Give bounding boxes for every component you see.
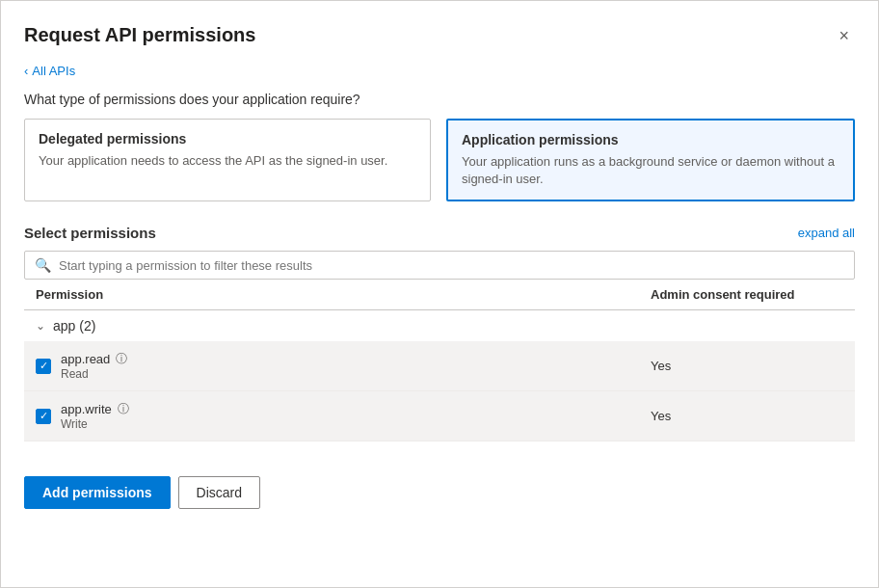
add-permissions-button[interactable]: Add permissions <box>24 476 171 509</box>
checkmark-icon: ✓ <box>40 411 48 421</box>
dialog-title: Request API permissions <box>24 24 255 46</box>
app-write-name: app.write ⓘ <box>61 401 651 417</box>
expand-all-link[interactable]: expand all <box>798 226 855 240</box>
dialog-footer: Add permissions Discard <box>24 465 855 509</box>
permission-group-app[interactable]: ⌄ app (2) <box>24 310 855 341</box>
application-card-title: Application permissions <box>462 132 839 147</box>
delegated-card-title: Delegated permissions <box>39 131 416 147</box>
search-icon: 🔍 <box>35 257 51 273</box>
request-api-permissions-dialog: Request API permissions × ‹ All APIs Wha… <box>0 0 879 588</box>
back-to-all-apis-link[interactable]: ‹ All APIs <box>24 64 855 78</box>
permission-row-app-write: ✓ app.write ⓘ Write Yes <box>24 391 855 441</box>
select-permissions-label: Select permissions <box>24 225 156 241</box>
delegated-card-desc: Your application needs to access the API… <box>39 152 416 170</box>
application-permissions-card[interactable]: Application permissions Your application… <box>446 119 855 201</box>
permission-row-app-read: ✓ app.read ⓘ Read Yes <box>24 341 855 391</box>
app-write-desc: Write <box>61 417 651 431</box>
permission-type-question: What type of permissions does your appli… <box>24 92 855 107</box>
close-button[interactable]: × <box>833 25 855 46</box>
chevron-down-icon: ⌄ <box>36 319 45 333</box>
table-header: Permission Admin consent required <box>24 280 855 310</box>
permission-search-bar: 🔍 <box>24 251 855 280</box>
app-read-desc: Read <box>61 367 651 381</box>
info-icon[interactable]: ⓘ <box>118 401 129 417</box>
chevron-left-icon: ‹ <box>24 64 28 78</box>
app-write-checkbox[interactable]: ✓ <box>36 409 51 424</box>
app-write-info: app.write ⓘ Write <box>61 401 651 431</box>
group-name: app (2) <box>53 318 95 334</box>
delegated-permissions-card[interactable]: Delegated permissions Your application n… <box>24 119 431 201</box>
back-link-label: All APIs <box>32 64 75 78</box>
app-read-name: app.read ⓘ <box>61 351 651 367</box>
app-write-admin-consent: Yes <box>651 409 843 423</box>
info-icon[interactable]: ⓘ <box>116 351 127 367</box>
col-admin-header: Admin consent required <box>651 287 843 302</box>
select-permissions-header: Select permissions expand all <box>24 225 855 241</box>
app-read-admin-consent: Yes <box>651 359 843 373</box>
permission-type-cards: Delegated permissions Your application n… <box>24 119 855 201</box>
app-read-checkbox[interactable]: ✓ <box>36 359 51 374</box>
discard-button[interactable]: Discard <box>178 476 260 509</box>
permission-search-input[interactable] <box>59 258 844 273</box>
col-permission-header: Permission <box>36 287 651 302</box>
checkmark-icon: ✓ <box>40 361 48 371</box>
dialog-header: Request API permissions × <box>24 24 855 46</box>
app-read-info: app.read ⓘ Read <box>61 351 651 381</box>
application-card-desc: Your application runs as a background se… <box>462 153 839 188</box>
